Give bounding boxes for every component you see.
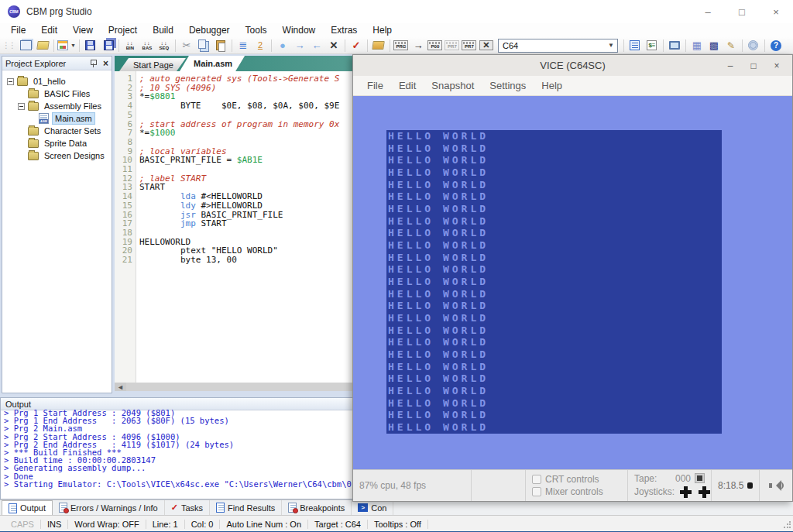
joysticks-label: Joysticks: (634, 486, 675, 497)
folder-icon (28, 152, 39, 160)
expander-icon[interactable] (7, 78, 14, 85)
paste-button[interactable] (213, 38, 228, 53)
vice-maximize-button[interactable]: □ (747, 60, 760, 71)
vice-close-button[interactable]: × (771, 60, 783, 71)
tab-start-page[interactable]: Start Page (119, 58, 186, 71)
tree-item-sprite-data[interactable]: Sprite Data (2, 137, 112, 149)
new-project-button[interactable] (18, 38, 33, 53)
save-all-button[interactable] (100, 38, 115, 53)
tree-item-main-asm[interactable]: Main.asm (2, 112, 112, 125)
pr7-file-button[interactable]: PR7 (462, 38, 477, 53)
menu-project[interactable]: Project (101, 25, 145, 36)
screen-editor-button[interactable] (667, 38, 682, 53)
expander-icon[interactable] (18, 103, 25, 110)
add-file-dropdown-arrow[interactable]: ▼ (70, 43, 76, 48)
tab-main-asm[interactable]: Main.asm (180, 56, 245, 71)
menu-build[interactable]: Build (145, 25, 181, 36)
vice-minimize-button[interactable]: – (724, 60, 736, 71)
cut-button[interactable]: ✂ (179, 38, 194, 53)
maximize-button[interactable]: □ (725, 0, 759, 23)
tree-item-label: Assembly Files (42, 101, 104, 112)
close-button[interactable]: × (759, 0, 793, 23)
c64-text-row: HELLO WORLD (386, 227, 722, 239)
vice-menu-snapshot[interactable]: Snapshot (424, 80, 482, 91)
sprite-editor-button[interactable]: ▩ (706, 38, 722, 53)
tree-item-basic-files[interactable]: BASIC Files (2, 88, 112, 100)
tape-delete-button[interactable]: ✕ (479, 38, 494, 53)
folder-icon (28, 90, 39, 98)
settings-button[interactable] (746, 38, 761, 53)
panel-close-icon[interactable]: × (103, 58, 108, 69)
memory-viewer-button[interactable]: $≡ (644, 38, 660, 53)
bottom-tab-errors[interactable]: Errors / Warnings / Info (53, 500, 165, 515)
memory-list-icon: $≡ (647, 40, 657, 50)
bottom-tab-tasks[interactable]: ✓Tasks (165, 500, 210, 515)
vice-volume-section (760, 470, 792, 501)
menu-help[interactable]: Help (365, 25, 400, 36)
code-token-plain (139, 218, 180, 228)
tape-counter: 000 (675, 473, 691, 484)
minimize-button[interactable]: – (691, 0, 725, 23)
prg-file-button[interactable]: PRG (393, 38, 409, 53)
tree-item-assembly-files[interactable]: Assembly Files (2, 100, 112, 112)
export-bin-button[interactable]: ↓↓BIN (122, 38, 138, 53)
menu-tools[interactable]: Tools (238, 25, 275, 36)
resize-grip[interactable] (783, 521, 791, 529)
delete-button[interactable]: ✕ (326, 38, 342, 53)
renumber-button[interactable]: 2 (252, 38, 268, 53)
bottom-tab-console[interactable]: >Con (352, 500, 393, 515)
vice-menu-edit[interactable]: Edit (391, 80, 424, 91)
vice-menu-file[interactable]: File (359, 80, 391, 91)
joystick1-icon[interactable] (684, 490, 688, 494)
build-folder-button[interactable] (371, 38, 386, 53)
speaker-icon[interactable] (769, 480, 783, 491)
pr7-file-icon: PR7 (462, 40, 476, 50)
format-lines-icon: ≣ (239, 38, 247, 53)
tape-stop-icon[interactable] (695, 473, 705, 483)
menu-edit[interactable]: Edit (33, 25, 65, 36)
format-button[interactable]: ≣ (235, 38, 251, 53)
target-select[interactable]: C64 ▼ (498, 39, 618, 53)
navigate-forward-button[interactable]: → (292, 38, 307, 53)
joystick2-icon[interactable] (702, 490, 706, 494)
help-button[interactable]: ? (768, 38, 784, 53)
tree-item-screen-designs[interactable]: Screen Designs (2, 149, 112, 162)
bottom-tab-find[interactable]: Find Results (210, 500, 282, 515)
tree-item-01-hello[interactable]: 01_hello (2, 75, 112, 88)
vice-titlebar: VICE (C64SC) – □ × (353, 55, 792, 76)
menu-extras[interactable]: Extras (323, 25, 365, 36)
export-seq-button[interactable]: ↓↓SEQ (156, 38, 172, 53)
target-select-value: C64 (503, 41, 518, 50)
pin-icon[interactable] (90, 59, 97, 67)
p00-file-button[interactable]: P00 (427, 38, 443, 53)
syntax-check-button[interactable]: ✓ (348, 38, 364, 53)
open-project-button[interactable] (35, 38, 50, 53)
record-button[interactable]: ● (275, 38, 290, 53)
character-editor-button[interactable]: ▦ (689, 38, 705, 53)
bottom-tab-output[interactable]: Output (2, 500, 53, 515)
menu-window[interactable]: Window (275, 25, 324, 36)
line-number: 15 (115, 201, 136, 211)
mixer-controls-checkbox[interactable] (532, 487, 541, 496)
menu-debugger[interactable]: Debugger (181, 25, 238, 36)
code-token-num: $1000 (149, 128, 175, 138)
bottom-tab-breakpoints[interactable]: Breakpoints (282, 500, 352, 515)
copy-button[interactable] (196, 38, 211, 53)
menu-file[interactable]: File (3, 25, 33, 36)
export-bas-button[interactable]: ↓↓BAS (139, 38, 155, 53)
menu-view[interactable]: View (65, 25, 101, 36)
vice-menu-help[interactable]: Help (534, 80, 570, 91)
navigate-back-button[interactable]: ← (309, 38, 324, 53)
grid-icon: ▦ (692, 39, 702, 51)
toolbar-grip: ⋮⋮ (2, 41, 15, 50)
vice-menu-settings[interactable]: Settings (482, 80, 534, 91)
copy-icon (198, 39, 206, 49)
scroll-left-button[interactable]: ◄ (115, 383, 126, 391)
add-file-button[interactable]: ▼ (57, 38, 76, 53)
start-page-button[interactable] (627, 38, 643, 53)
crt-controls-checkbox[interactable] (532, 475, 541, 484)
save-button[interactable] (83, 38, 98, 53)
notes-button[interactable]: ✎ (723, 38, 739, 53)
tree-item-character-sets[interactable]: Character Sets (2, 125, 112, 137)
export-seq-icon: ↓↓SEQ (160, 40, 170, 50)
